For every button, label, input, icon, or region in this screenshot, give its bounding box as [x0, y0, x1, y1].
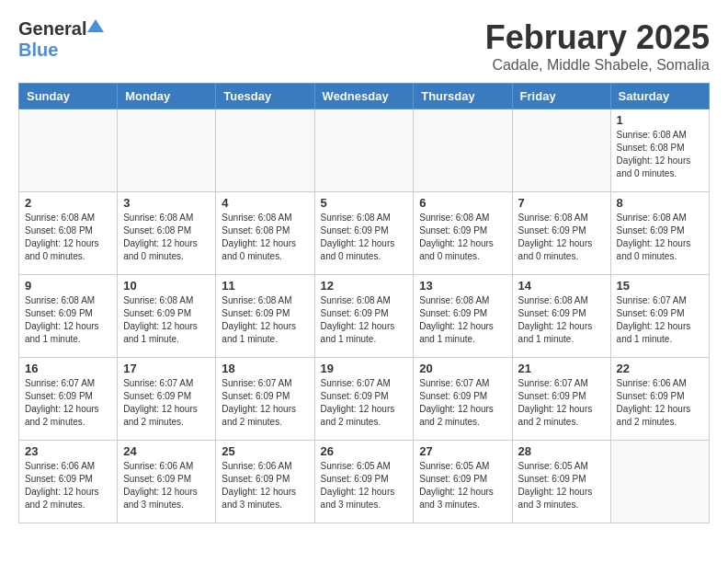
calendar-cell [512, 109, 610, 192]
calendar-cell: 23Sunrise: 6:06 AMSunset: 6:09 PMDayligh… [19, 441, 118, 523]
day-number: 21 [518, 362, 605, 375]
day-number: 15 [617, 279, 703, 293]
day-info: Sunrise: 6:08 AMSunset: 6:09 PMDaylight:… [321, 295, 395, 344]
calendar-cell: 17Sunrise: 6:07 AMSunset: 6:09 PMDayligh… [118, 358, 216, 441]
day-number: 4 [222, 196, 308, 210]
calendar-cell: 21Sunrise: 6:07 AMSunset: 6:09 PMDayligh… [512, 358, 610, 441]
day-info: Sunrise: 6:08 AMSunset: 6:09 PMDaylight:… [419, 295, 494, 344]
calendar-cell: 14Sunrise: 6:08 AMSunset: 6:09 PMDayligh… [512, 275, 610, 358]
day-info: Sunrise: 6:07 AMSunset: 6:09 PMDaylight:… [518, 378, 593, 427]
calendar-cell: 12Sunrise: 6:08 AMSunset: 6:09 PMDayligh… [314, 275, 414, 358]
calendar-cell: 10Sunrise: 6:08 AMSunset: 6:09 PMDayligh… [118, 275, 216, 358]
page-title: February 2025 [485, 18, 710, 57]
page-header: General Blue February 2025 Cadale, Middl… [18, 18, 710, 74]
page-subtitle: Cadale, Middle Shabele, Somalia [485, 57, 710, 74]
calendar-cell: 27Sunrise: 6:05 AMSunset: 6:09 PMDayligh… [414, 441, 512, 523]
calendar-week-row: 9Sunrise: 6:08 AMSunset: 6:09 PMDaylight… [19, 275, 710, 358]
day-number: 16 [25, 362, 111, 375]
calendar-week-row: 2Sunrise: 6:08 AMSunset: 6:08 PMDaylight… [19, 192, 710, 275]
day-info: Sunrise: 6:08 AMSunset: 6:09 PMDaylight:… [25, 295, 99, 344]
day-number: 24 [123, 444, 210, 458]
calendar-table: SundayMondayTuesdayWednesdayThursdayFrid… [18, 83, 710, 523]
calendar-cell [118, 109, 216, 192]
logo-blue-text: Blue [18, 40, 58, 61]
calendar-cell: 3Sunrise: 6:08 AMSunset: 6:08 PMDaylight… [118, 192, 216, 275]
day-info: Sunrise: 6:06 AMSunset: 6:09 PMDaylight:… [123, 461, 198, 510]
calendar-header-row: SundayMondayTuesdayWednesdayThursdayFrid… [19, 84, 710, 109]
calendar-cell [610, 441, 709, 523]
svg-marker-0 [87, 19, 104, 32]
calendar-week-row: 23Sunrise: 6:06 AMSunset: 6:09 PMDayligh… [19, 441, 710, 523]
day-number: 1 [617, 113, 703, 127]
logo: General Blue [18, 18, 104, 61]
calendar-cell: 20Sunrise: 6:07 AMSunset: 6:09 PMDayligh… [414, 358, 512, 441]
calendar-cell: 26Sunrise: 6:05 AMSunset: 6:09 PMDayligh… [314, 441, 414, 523]
calendar-cell: 7Sunrise: 6:08 AMSunset: 6:09 PMDaylight… [512, 192, 610, 275]
calendar-day-header-tuesday: Tuesday [216, 84, 314, 109]
day-info: Sunrise: 6:08 AMSunset: 6:09 PMDaylight:… [419, 213, 494, 261]
day-number: 7 [518, 196, 605, 210]
day-number: 6 [419, 196, 506, 210]
calendar-cell: 16Sunrise: 6:07 AMSunset: 6:09 PMDayligh… [19, 358, 118, 441]
calendar-cell: 24Sunrise: 6:06 AMSunset: 6:09 PMDayligh… [118, 441, 216, 523]
calendar-cell: 1Sunrise: 6:08 AMSunset: 6:08 PMDaylight… [610, 109, 709, 192]
day-info: Sunrise: 6:05 AMSunset: 6:09 PMDaylight:… [419, 461, 494, 510]
logo-triangle-icon [87, 17, 104, 34]
day-info: Sunrise: 6:08 AMSunset: 6:09 PMDaylight:… [617, 213, 691, 261]
calendar-cell: 13Sunrise: 6:08 AMSunset: 6:09 PMDayligh… [414, 275, 512, 358]
calendar-cell: 18Sunrise: 6:07 AMSunset: 6:09 PMDayligh… [216, 358, 314, 441]
calendar-cell: 4Sunrise: 6:08 AMSunset: 6:08 PMDaylight… [216, 192, 314, 275]
calendar-day-header-saturday: Saturday [610, 84, 709, 109]
day-number: 9 [25, 279, 111, 293]
calendar-cell: 2Sunrise: 6:08 AMSunset: 6:08 PMDaylight… [19, 192, 118, 275]
day-number: 19 [321, 362, 408, 375]
day-info: Sunrise: 6:08 AMSunset: 6:09 PMDaylight:… [321, 213, 395, 261]
day-number: 13 [419, 279, 506, 293]
day-info: Sunrise: 6:08 AMSunset: 6:08 PMDaylight:… [123, 213, 198, 261]
calendar-cell: 15Sunrise: 6:07 AMSunset: 6:09 PMDayligh… [610, 275, 709, 358]
day-info: Sunrise: 6:08 AMSunset: 6:08 PMDaylight:… [617, 130, 691, 178]
day-info: Sunrise: 6:08 AMSunset: 6:08 PMDaylight:… [222, 213, 296, 261]
calendar-week-row: 1Sunrise: 6:08 AMSunset: 6:08 PMDaylight… [19, 109, 710, 192]
day-number: 8 [617, 196, 703, 210]
calendar-cell [414, 109, 512, 192]
day-number: 11 [222, 279, 308, 293]
day-info: Sunrise: 6:08 AMSunset: 6:09 PMDaylight:… [123, 295, 198, 344]
day-number: 3 [123, 196, 210, 210]
day-number: 25 [222, 444, 308, 458]
calendar-cell: 25Sunrise: 6:06 AMSunset: 6:09 PMDayligh… [216, 441, 314, 523]
day-info: Sunrise: 6:08 AMSunset: 6:09 PMDaylight:… [222, 295, 296, 344]
calendar-cell: 6Sunrise: 6:08 AMSunset: 6:09 PMDaylight… [414, 192, 512, 275]
day-number: 18 [222, 362, 308, 375]
day-info: Sunrise: 6:06 AMSunset: 6:09 PMDaylight:… [617, 378, 691, 427]
day-number: 22 [617, 362, 703, 375]
day-info: Sunrise: 6:07 AMSunset: 6:09 PMDaylight:… [123, 378, 198, 427]
calendar-cell: 11Sunrise: 6:08 AMSunset: 6:09 PMDayligh… [216, 275, 314, 358]
calendar-day-header-sunday: Sunday [19, 84, 118, 109]
day-info: Sunrise: 6:07 AMSunset: 6:09 PMDaylight:… [25, 378, 99, 427]
calendar-cell [19, 109, 118, 192]
logo-general-text: General [18, 18, 86, 40]
day-info: Sunrise: 6:07 AMSunset: 6:09 PMDaylight:… [617, 295, 691, 344]
calendar-cell [216, 109, 314, 192]
day-info: Sunrise: 6:08 AMSunset: 6:09 PMDaylight:… [518, 213, 593, 261]
calendar-cell: 9Sunrise: 6:08 AMSunset: 6:09 PMDaylight… [19, 275, 118, 358]
day-number: 20 [419, 362, 506, 375]
day-number: 14 [518, 279, 605, 293]
day-number: 23 [25, 444, 111, 458]
day-info: Sunrise: 6:08 AMSunset: 6:08 PMDaylight:… [25, 213, 99, 261]
day-info: Sunrise: 6:07 AMSunset: 6:09 PMDaylight:… [419, 378, 494, 427]
day-number: 27 [419, 444, 506, 458]
day-info: Sunrise: 6:06 AMSunset: 6:09 PMDaylight:… [25, 461, 99, 510]
calendar-cell: 5Sunrise: 6:08 AMSunset: 6:09 PMDaylight… [314, 192, 414, 275]
calendar-day-header-friday: Friday [512, 84, 610, 109]
day-number: 26 [321, 444, 408, 458]
calendar-cell [314, 109, 414, 192]
calendar-cell: 19Sunrise: 6:07 AMSunset: 6:09 PMDayligh… [314, 358, 414, 441]
day-number: 28 [518, 444, 605, 458]
day-info: Sunrise: 6:08 AMSunset: 6:09 PMDaylight:… [518, 295, 593, 344]
day-info: Sunrise: 6:05 AMSunset: 6:09 PMDaylight:… [321, 461, 395, 510]
day-number: 12 [321, 279, 408, 293]
calendar-day-header-thursday: Thursday [414, 84, 512, 109]
day-number: 2 [25, 196, 111, 210]
